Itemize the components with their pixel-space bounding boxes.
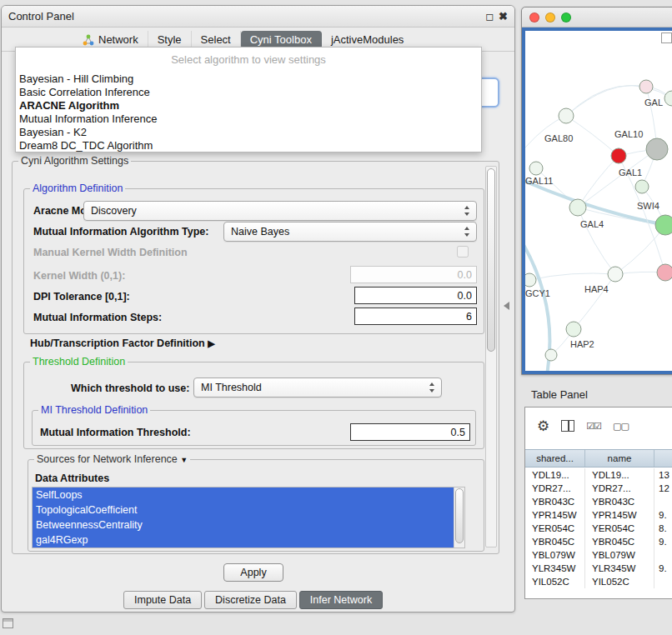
control-panel-titlebar[interactable]: Control Panel ◻ ✖ — [2, 6, 514, 28]
network-node[interactable] — [529, 162, 543, 175]
mi-type-select[interactable]: Naive Bayes — [223, 222, 477, 242]
table-panel: ⚙ ☑☑ ▢▢ shared... name YDL19...YDL19...1… — [524, 407, 672, 599]
network-node[interactable] — [566, 322, 581, 337]
table-row[interactable]: YIL052CYIL052C — [525, 575, 672, 588]
algorithm-option-list: Bayesian - Hill ClimbingBasic Correlatio… — [16, 72, 481, 152]
settings-scrollbar[interactable] — [485, 166, 497, 548]
algorithm-option[interactable]: Mutual Information Inference — [16, 112, 481, 126]
which-threshold-select[interactable]: MI Threshold — [193, 378, 442, 398]
sources-group-title[interactable]: Sources for Network Inference ▼ — [34, 453, 190, 465]
tab-impute-data[interactable]: Impute Data — [123, 591, 202, 609]
collapse-arrow-icon: ▼ — [180, 456, 188, 464]
table-cell: YER054C — [585, 522, 654, 535]
network-node[interactable] — [608, 267, 623, 282]
tab-infer-network-label: Infer Network — [310, 594, 372, 606]
dpi-tolerance-input[interactable] — [354, 287, 477, 304]
data-attribute-item[interactable]: gal4RGexp — [33, 532, 454, 548]
algorithm-option[interactable]: Basic Correlation Inference — [16, 86, 481, 99]
table-cell: YPR145W — [525, 508, 585, 522]
column-header[interactable]: name — [585, 450, 654, 467]
network-node[interactable] — [611, 148, 626, 163]
settings-scrollbar-thumb[interactable] — [487, 168, 495, 352]
kernel-width-input[interactable] — [350, 266, 477, 283]
network-node[interactable] — [635, 180, 649, 193]
network-edge[interactable] — [578, 208, 615, 274]
table-row[interactable]: YBR043CYBR043C — [525, 495, 672, 508]
table-row[interactable]: YBL079WYBL079W — [525, 548, 672, 562]
column-header[interactable] — [654, 450, 672, 467]
network-node[interactable] — [655, 215, 672, 235]
table-cell — [654, 575, 672, 588]
mi-steps-input[interactable] — [354, 308, 477, 325]
network-node[interactable] — [657, 264, 672, 281]
mi-threshold-input[interactable] — [350, 423, 470, 441]
apply-button[interactable]: Apply — [223, 563, 283, 582]
table-row[interactable]: YER054CYER054C8. — [525, 522, 672, 535]
table-body: YDL19...YDL19...13YDR27...YDR27...12YBR0… — [525, 468, 672, 598]
network-edge[interactable] — [529, 273, 615, 280]
algorithm-option[interactable]: Bayesian - K2 — [16, 126, 481, 139]
network-edge[interactable] — [574, 274, 615, 329]
minimize-window-icon[interactable] — [545, 12, 555, 22]
network-node[interactable] — [639, 80, 653, 93]
columns-icon[interactable] — [561, 420, 574, 432]
list-scrollbar-thumb[interactable] — [455, 488, 464, 543]
data-attribute-item[interactable]: SelfLoops — [33, 488, 454, 502]
float-icon[interactable]: ◻ — [485, 11, 494, 22]
table-toolbar: ⚙ ☑☑ ▢▢ — [525, 408, 672, 444]
gear-icon[interactable]: ⚙ — [537, 418, 549, 435]
table-cell: YDR27... — [585, 482, 654, 495]
data-attributes-list[interactable]: SelfLoopsTopologicalCoefficientBetweenne… — [32, 487, 465, 548]
table-cell: 8. — [654, 522, 672, 535]
data-attribute-item[interactable]: TopologicalCoefficient — [33, 502, 454, 518]
hub-section-toggle[interactable]: Hub/Transcription Factor Definition ▶ — [30, 338, 215, 349]
panel-collapse-icon[interactable] — [504, 302, 509, 310]
control-panel-window: Control Panel ◻ ✖ Network Style — [1, 5, 515, 612]
algorithm-option[interactable]: Dream8 DC_TDC Algorithm — [16, 139, 481, 152]
close-window-icon[interactable] — [529, 12, 539, 22]
aracne-mode-select[interactable]: Discovery — [83, 201, 477, 221]
dpi-tolerance-label: DPI Tolerance [0,1]: — [33, 291, 130, 302]
network-graph[interactable]: GALGAL80GAL10GAL11GAL1SWI4GAL4HAP4GCY1HA… — [525, 31, 672, 374]
minimized-window-icon[interactable] — [3, 618, 13, 628]
network-edge[interactable] — [566, 116, 619, 156]
table-cell: YDR27... — [525, 482, 585, 495]
network-node[interactable] — [525, 273, 536, 287]
combo-arrows-icon — [429, 382, 436, 392]
network-node[interactable] — [569, 199, 586, 216]
table-cell: YDL19... — [585, 468, 654, 482]
network-node[interactable] — [664, 91, 672, 106]
table-cell: 9. — [654, 535, 672, 548]
list-scrollbar[interactable] — [454, 488, 464, 548]
tab-discretize-data[interactable]: Discretize Data — [204, 591, 297, 609]
network-icon — [83, 34, 94, 46]
select-none-icon[interactable]: ▢▢ — [613, 421, 629, 432]
network-node[interactable] — [646, 138, 668, 160]
table-cell: YIL052C — [585, 575, 654, 588]
table-cell: 9. — [654, 508, 672, 522]
kernel-width-label: Kernel Width (0,1): — [33, 270, 125, 282]
table-row[interactable]: YLR345WYLR345W9. — [525, 562, 672, 575]
table-cell: 13 — [654, 468, 672, 482]
zoom-window-icon[interactable] — [561, 12, 571, 22]
data-attribute-item[interactable]: BetweennessCentrality — [33, 518, 454, 532]
close-icon[interactable]: ✖ — [499, 10, 508, 22]
network-node[interactable] — [559, 108, 574, 123]
manual-kernel-label: Manual Kernel Width Definition — [33, 247, 188, 258]
table-row[interactable]: YDL19...YDL19...13 — [525, 468, 672, 482]
network-node[interactable] — [545, 349, 557, 361]
table-row[interactable]: YBR045CYBR045C9. — [525, 535, 672, 548]
tab-infer-network[interactable]: Infer Network — [299, 591, 383, 609]
manual-kernel-checkbox[interactable] — [457, 246, 469, 258]
column-header[interactable]: shared... — [525, 450, 585, 467]
network-window-titlebar[interactable] — [522, 8, 672, 28]
birdseye-box[interactable] — [661, 32, 672, 43]
select-all-icon[interactable]: ☑☑ — [586, 421, 601, 432]
bottom-tabbar: Impute Data Discretize Data Infer Networ… — [123, 591, 383, 609]
network-canvas[interactable]: GALGAL80GAL10GAL11GAL1SWI4GAL4HAP4GCY1HA… — [522, 28, 672, 374]
which-threshold-label: Which threshold to use: — [71, 382, 189, 394]
table-row[interactable]: YPR145WYPR145W9. — [525, 508, 672, 522]
algorithm-option[interactable]: Bayesian - Hill Climbing — [16, 72, 481, 86]
algorithm-option[interactable]: ARACNE Algorithm — [16, 99, 481, 112]
table-row[interactable]: YDR27...YDR27...12 — [525, 482, 672, 495]
